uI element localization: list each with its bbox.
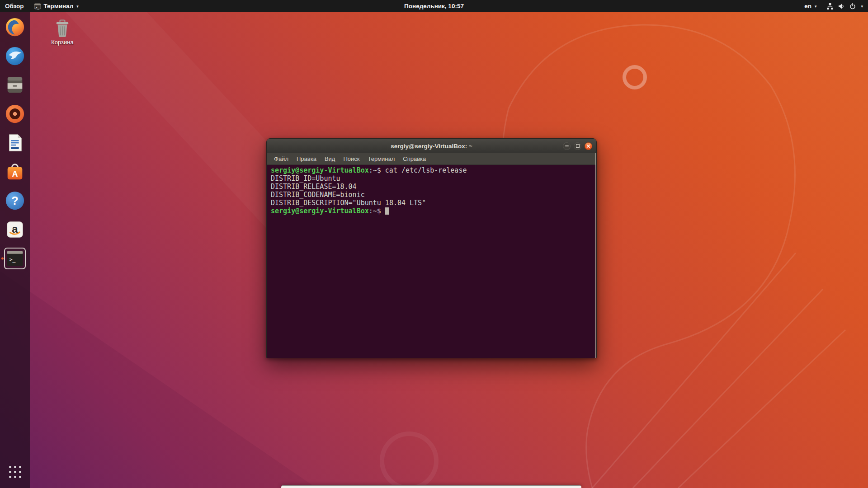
terminal-screen[interactable]: sergiy@sergiy-VirtualBox:~$cat /etc/lsb-… <box>267 165 596 358</box>
minimize-button[interactable] <box>563 142 571 150</box>
prompt-suffix: :~$ <box>369 207 381 215</box>
svg-text:>_: >_ <box>9 256 16 263</box>
running-indicator <box>1 258 4 260</box>
menu-file[interactable]: Файл <box>270 154 292 164</box>
dock-item-firefox[interactable] <box>4 16 26 38</box>
dock-item-thunderbird[interactable] <box>4 45 26 67</box>
clock-label: Понедельник, 10:57 <box>404 3 464 9</box>
dock-item-files[interactable] <box>4 74 26 96</box>
minimize-icon <box>565 145 569 146</box>
maximize-icon <box>576 144 580 148</box>
app-menu-button[interactable]: >_ Терминал ▾ <box>29 0 84 12</box>
chevron-down-icon: ▾ <box>76 4 79 9</box>
activities-button[interactable]: Обзор <box>0 0 29 12</box>
firefox-icon <box>5 17 25 38</box>
output-line: DISTRIB_ID=Ubuntu <box>271 174 592 183</box>
terminal-menubar: Файл Правка Вид Поиск Терминал Справка <box>267 153 596 165</box>
activities-label: Обзор <box>5 3 24 9</box>
output-line: DISTRIB_CODENAME=bionic <box>271 191 592 199</box>
trash-label: Корзина <box>51 39 74 46</box>
window-controls <box>563 142 596 150</box>
terminal-scrollbar[interactable] <box>595 153 596 358</box>
menu-edit[interactable]: Правка <box>293 154 320 164</box>
command-text: cat /etc/lsb-release <box>385 166 467 174</box>
files-icon <box>5 75 25 95</box>
show-apps-button[interactable] <box>4 461 26 483</box>
menu-view[interactable]: Вид <box>321 154 339 164</box>
desktop-icon-trash[interactable]: Корзина <box>43 19 81 46</box>
menu-help[interactable]: Справка <box>399 154 429 164</box>
maximize-button[interactable] <box>574 142 581 150</box>
power-icon <box>849 3 856 10</box>
prompt-user-host: sergiy@sergiy-VirtualBox <box>271 166 369 174</box>
close-icon <box>586 144 590 148</box>
peeking-window-edge[interactable] <box>281 485 581 488</box>
trash-icon <box>54 19 71 38</box>
svg-text:A: A <box>12 169 18 178</box>
terminal-prompt-line: sergiy@sergiy-VirtualBox:~$ <box>271 207 592 215</box>
network-icon <box>826 3 834 10</box>
terminal-titlebar[interactable]: sergiy@sergiy-VirtualBox: ~ <box>267 139 596 153</box>
dock-item-amazon[interactable]: a <box>4 219 26 240</box>
svg-text:?: ? <box>11 194 19 207</box>
output-line: DISTRIB_RELEASE=18.04 <box>271 183 592 191</box>
terminal-app-icon: >_ <box>5 249 24 268</box>
prompt-user-host: sergiy@sergiy-VirtualBox <box>271 207 369 215</box>
chevron-down-icon: ▾ <box>861 4 863 9</box>
chevron-down-icon: ▾ <box>815 4 817 9</box>
dock-item-ubuntu-software[interactable]: A <box>4 161 26 183</box>
dock-item-rhythmbox[interactable] <box>4 103 26 125</box>
output-line: DISTRIB_DESCRIPTION="Ubuntu 18.04 LTS" <box>271 199 592 207</box>
terminal-icon: >_ <box>34 3 41 10</box>
terminal-command-line: sergiy@sergiy-VirtualBox:~$cat /etc/lsb-… <box>271 166 592 174</box>
show-apps-icon <box>9 466 21 478</box>
libreoffice-writer-icon <box>5 132 25 153</box>
prompt-suffix: :~$ <box>369 166 381 174</box>
input-source-label: en <box>804 3 811 9</box>
svg-text:>_: >_ <box>35 5 39 9</box>
dock-item-terminal[interactable]: >_ <box>4 248 26 269</box>
clock-button[interactable]: Понедельник, 10:57 <box>399 0 469 12</box>
top-bar: Обзор >_ Терминал ▾ Понедельник, 10:57 e… <box>0 0 868 12</box>
app-menu-label: Терминал <box>44 3 74 9</box>
thunderbird-icon <box>5 46 25 66</box>
dock-item-libreoffice-writer[interactable] <box>4 132 26 154</box>
close-button[interactable] <box>585 142 592 150</box>
volume-icon <box>838 3 845 10</box>
menu-terminal[interactable]: Терминал <box>364 154 398 164</box>
input-source-button[interactable]: en ▾ <box>799 0 821 12</box>
dock-item-help[interactable]: ? <box>4 190 26 211</box>
system-menu-button[interactable]: ▾ <box>821 0 868 12</box>
terminal-window: sergiy@sergiy-VirtualBox: ~ Файл Правка … <box>266 138 597 358</box>
dock: A ? a >_ <box>0 12 30 488</box>
help-icon: ? <box>5 190 25 211</box>
terminal-cursor <box>385 207 389 215</box>
menu-search[interactable]: Поиск <box>340 154 363 164</box>
rhythmbox-icon <box>5 103 25 124</box>
amazon-icon: a <box>5 219 25 240</box>
window-title: sergiy@sergiy-VirtualBox: ~ <box>267 143 596 150</box>
ubuntu-software-icon: A <box>5 161 25 182</box>
